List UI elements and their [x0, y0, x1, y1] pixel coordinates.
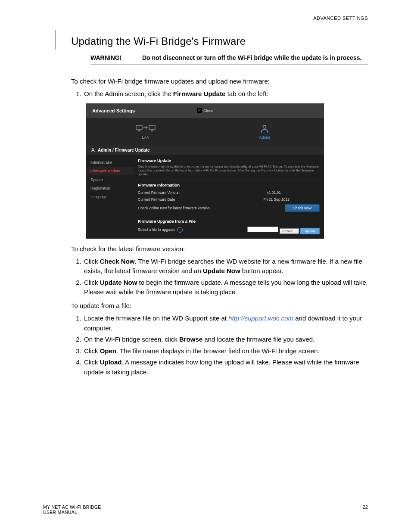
list3-item3: Click Open. The file name displays in th…	[83, 346, 368, 356]
row-check-now: Check online now for latest firmware ver…	[138, 203, 320, 213]
list3-item2: On the Wi-Fi bridge screen, click Browse…	[83, 335, 368, 345]
warning-box: WARNING! Do not disconnect or turn off t…	[90, 51, 368, 65]
warning-text: Do not disconnect or turn off the Wi-Fi …	[142, 54, 361, 62]
value: Fri 21 Sep 2012	[264, 197, 290, 202]
info-icon[interactable]: i	[177, 227, 183, 233]
sidebar-item-system[interactable]: System	[86, 175, 134, 184]
breadcrumb-text: Admin / Firmware Update	[98, 148, 150, 152]
list2-item2: Click Update Now to begin the firmware u…	[83, 278, 368, 297]
row-current-date: Current Firmware Date Fri 21 Sep 2012	[138, 196, 320, 203]
tab-lan[interactable]: LAN	[86, 118, 205, 146]
label: Current Firmware Version	[138, 190, 180, 195]
browse-button[interactable]: Browse...	[280, 228, 299, 234]
step-1: On the Admin screen, click the Firmware …	[83, 89, 368, 99]
text: On the Admin screen, click the	[84, 90, 173, 97]
sidebar-item-registration[interactable]: Registration	[86, 184, 134, 193]
panel-description: New firmware may be available to improve…	[138, 165, 320, 176]
warning-label: WARNING!	[90, 54, 142, 62]
label: Check online now for latest firmware ver…	[138, 206, 211, 210]
intro-text-3: To update from a file:	[71, 302, 368, 310]
tab-admin-label: Admin	[259, 135, 270, 140]
header-section: ADVANCED SETTINGS	[313, 16, 368, 21]
firmware-info-heading: Firmware Information	[138, 183, 320, 187]
svg-rect-1	[138, 131, 140, 131]
row-select-file: Select a file to upgrade i Browse... Upl…	[138, 225, 320, 234]
svg-point-8	[92, 148, 94, 150]
sidebar-item-firmware-update[interactable]: Firmware Update	[86, 167, 134, 175]
footer-line2: USER MANUAL	[43, 510, 101, 515]
label: Current Firmware Date	[138, 197, 175, 202]
ui-main-panel: Firmware Update New firmware may be avai…	[134, 155, 324, 239]
check-now-button[interactable]: Check Now	[285, 204, 320, 212]
embedded-screenshot: Advanced Settings ✕ Close LAN	[86, 103, 324, 239]
support-link[interactable]: http://support.wdc.com	[228, 314, 293, 322]
panel-heading: Firmware Update	[138, 158, 320, 163]
close-label: Close	[203, 109, 213, 113]
footer: MY NET AC WI-FI BRIDGE USER MANUAL	[43, 504, 101, 515]
ui-titlebar: Advanced Settings ✕ Close	[86, 103, 324, 118]
intro-text-2: To check for the latest firmware version…	[71, 245, 368, 253]
step-list-2: Click Check Now. The Wi-Fi bridge search…	[71, 257, 368, 297]
upgrade-heading: Firmware Upgrade from a File	[138, 219, 320, 224]
file-field[interactable]	[247, 227, 278, 232]
vertical-rule	[56, 30, 56, 50]
section-title: Updating the Wi-Fi Bridge's Firmware	[71, 35, 368, 47]
sidebar-item-language[interactable]: Language	[86, 193, 134, 201]
ui-title: Advanced Settings	[92, 108, 135, 113]
ui-sidebar: Administrator Firmware Update System Reg…	[86, 155, 134, 239]
text: tab on the left:	[225, 90, 268, 97]
value: v1.01.01	[267, 190, 281, 195]
breadcrumb: Admin / Firmware Update	[86, 146, 324, 155]
page-number: 22	[363, 504, 368, 510]
person-icon	[90, 148, 95, 152]
list3-item1: Locate the firmware file on the WD Suppo…	[83, 314, 368, 333]
list2-item1: Click Check Now. The Wi-Fi bridge search…	[83, 257, 368, 276]
close-button[interactable]: ✕ Close	[197, 108, 213, 113]
tab-lan-label: LAN	[142, 135, 149, 140]
svg-rect-4	[151, 131, 153, 131]
row-current-version: Current Firmware Version v1.01.01	[138, 189, 320, 196]
ui-tab-row: LAN Admin	[86, 118, 324, 146]
intro-text-1: To check for Wi-Fi bridge firmware updat…	[71, 77, 368, 86]
tab-admin[interactable]: Admin	[205, 118, 324, 146]
lan-icon	[136, 124, 156, 134]
firmware-update-bold: Firmware Update	[173, 90, 226, 97]
sidebar-item-administrator[interactable]: Administrator	[86, 158, 134, 167]
label: Select a file to upgrade	[138, 227, 175, 232]
svg-rect-3	[149, 125, 155, 130]
file-controls: Browse... Upload	[247, 227, 320, 233]
step-list-1: On the Admin screen, click the Firmware …	[71, 89, 368, 99]
list3-item4: Click Upload. A message indicates how lo…	[83, 358, 368, 377]
upload-button[interactable]: Upload	[300, 228, 320, 234]
svg-point-7	[263, 125, 266, 128]
footer-line1: MY NET AC WI-FI BRIDGE	[43, 504, 101, 510]
close-icon: ✕	[197, 108, 202, 113]
select-label-wrap: Select a file to upgrade i	[138, 227, 183, 233]
svg-rect-0	[136, 125, 142, 130]
admin-icon	[260, 124, 269, 134]
step-list-3: Locate the firmware file on the WD Suppo…	[71, 314, 368, 377]
